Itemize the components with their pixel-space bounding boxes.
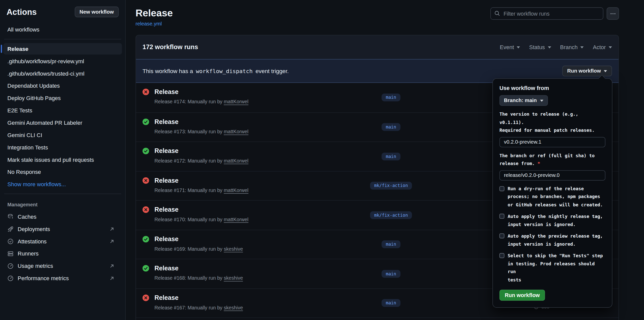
new-workflow-button[interactable]: New workflow [75,7,119,17]
sidebar-item-runners[interactable]: Runners [3,248,122,259]
dry-run-checkbox-label[interactable]: Run a dry-run of the release process; no… [508,185,603,209]
actor-link[interactable]: mattKorwel [224,158,248,164]
run-description: Release #170: Manually run by mattKorwel [154,217,248,222]
actor-link[interactable]: mattKorwel [224,129,248,134]
external-link-icon [109,275,118,281]
filter-workflow-runs-input[interactable] [490,7,603,20]
event-filter-dropdown[interactable]: Event [500,44,520,50]
success-icon [143,236,149,242]
failure-icon [143,177,149,184]
branch-badge[interactable]: main [382,152,400,160]
caret-down-icon [580,46,584,48]
skip-tests-checkbox[interactable] [499,253,505,258]
branch-badge[interactable]: mk/fix-action [370,211,412,219]
search-icon [494,10,500,16]
sidebar: Actions New workflow All workflows Relea… [0,0,126,320]
run-workflow-panel: Use workflow from Branch: main The versi… [492,78,612,308]
run-description: Release #173: Manually run by mattKorwel [154,129,248,134]
sidebar-item-gemini-pr-labeler[interactable]: Gemini Automated PR Labeler [3,117,122,129]
sidebar-item-mark-stale[interactable]: Mark stale issues and pull requests [3,154,122,166]
sidebar-item-deploy-github-pages[interactable]: Deploy GitHub Pages [3,92,122,104]
sidebar-item-deployments[interactable]: Deployments [3,223,122,235]
failure-icon [143,294,149,301]
caret-down-icon [604,70,607,72]
status-filter-dropdown[interactable]: Status [529,44,551,50]
run-description: Release #172: Manually run by mattKorwel [154,158,248,164]
dry-run-checkbox[interactable] [499,186,505,191]
run-title[interactable]: Release [154,147,248,155]
sidebar-item-caches[interactable]: Caches [3,211,122,222]
run-title[interactable]: Release [154,264,243,273]
dry-run-checkbox-row: Run a dry-run of the release process; no… [499,185,605,209]
preview-tag-checkbox[interactable] [499,233,505,238]
nightly-tag-checkbox-label[interactable]: Auto apply the nightly release tag, inpu… [508,212,603,228]
sidebar-item-trusted-ci[interactable]: .github/workflows/trusted-ci.yml [3,68,122,79]
sidebar-item-no-response[interactable]: No Response [3,166,122,178]
external-link-icon [109,239,118,244]
actor-link[interactable]: mattKorwel [224,187,248,193]
server-icon [7,250,13,257]
skip-tests-checkbox-label[interactable]: Select to skip the "Run Tests" step in t… [508,252,605,284]
run-description: Release #168: Manually run by skeshive [154,275,243,281]
branch-selector-button[interactable]: Branch: main [499,95,548,106]
preview-tag-checkbox-label[interactable]: Auto apply the preview release tag, inpu… [508,232,603,248]
version-input-description: The version to release (e.g., v0.1.11). … [499,110,605,134]
required-asterisk: * [538,161,540,166]
branch-filter-dropdown[interactable]: Branch [560,44,584,50]
sidebar-item-performance-metrics[interactable]: Performance metrics [3,272,122,284]
sidebar-divider [4,194,121,194]
actor-link[interactable]: mattKorwel [224,217,248,222]
branch-badge[interactable]: main [382,123,400,131]
run-title[interactable]: Release [154,235,243,243]
actor-filter-dropdown[interactable]: Actor [593,44,612,50]
success-icon [143,148,149,154]
branch-badge[interactable]: main [382,241,400,248]
nightly-tag-checkbox[interactable] [499,214,505,219]
sidebar-item-dependabot-updates[interactable]: Dependabot Updates [3,80,122,91]
runs-count: 172 workflow runs [143,44,198,51]
run-title[interactable]: Release [154,294,243,302]
branch-badge[interactable]: main [382,299,400,307]
branch-badge[interactable]: mk/fix-action [370,182,412,190]
run-description: Release #171: Manually run by mattKorwel [154,187,248,193]
run-title[interactable]: Release [154,88,248,96]
meter-icon [7,263,13,269]
sidebar-item-all-workflows[interactable]: All workflows [3,24,122,35]
meter-icon [7,275,13,281]
verified-icon [7,238,13,244]
sidebar-item-e2e-tests[interactable]: E2E Tests [3,105,122,116]
actor-link[interactable]: skeshive [224,275,243,281]
sidebar-item-release[interactable]: Release [3,43,122,55]
actor-link[interactable]: skeshive [224,305,243,310]
sidebar-item-gemini-cli-ci[interactable]: Gemini CLI CI [3,129,122,141]
sidebar-item-usage-metrics[interactable]: Usage metrics [3,260,122,272]
show-more-workflows-link[interactable]: Show more workflows... [3,178,122,190]
run-workflow-dropdown-button[interactable]: Run workflow [562,66,612,76]
run-title[interactable]: Release [154,206,248,214]
external-link-icon [109,226,118,232]
workflow-run-row[interactable] [136,317,619,320]
caret-down-icon [540,100,543,102]
workflow-file-link[interactable]: release.yml [135,21,162,27]
version-input[interactable] [499,137,605,147]
sidebar-divider [4,39,121,40]
run-title[interactable]: Release [154,117,248,126]
actor-link[interactable]: skeshive [224,246,243,252]
preview-tag-checkbox-row: Auto apply the preview release tag, inpu… [499,232,605,248]
branch-badge[interactable]: main [382,94,400,102]
external-link-icon [109,263,118,268]
run-title[interactable]: Release [154,176,248,184]
branch-badge[interactable]: main [382,270,400,278]
run-workflow-submit-button[interactable]: Run workflow [499,290,545,301]
caret-down-icon [517,46,520,48]
success-icon [143,265,149,272]
ref-input[interactable] [499,170,605,180]
panel-heading: Use workflow from [499,85,605,91]
failure-icon [143,89,149,95]
page-kebab-button[interactable] [607,7,619,20]
actor-link[interactable]: mattKorwel [224,99,248,105]
sidebar-item-integration-tests[interactable]: Integration Tests [3,142,122,153]
sidebar-item-pr-review[interactable]: .github/workflows/pr-review.yml [3,55,122,67]
sidebar-item-attestations[interactable]: Attestations [3,236,122,247]
nightly-tag-checkbox-row: Auto apply the nightly release tag, inpu… [499,212,605,228]
